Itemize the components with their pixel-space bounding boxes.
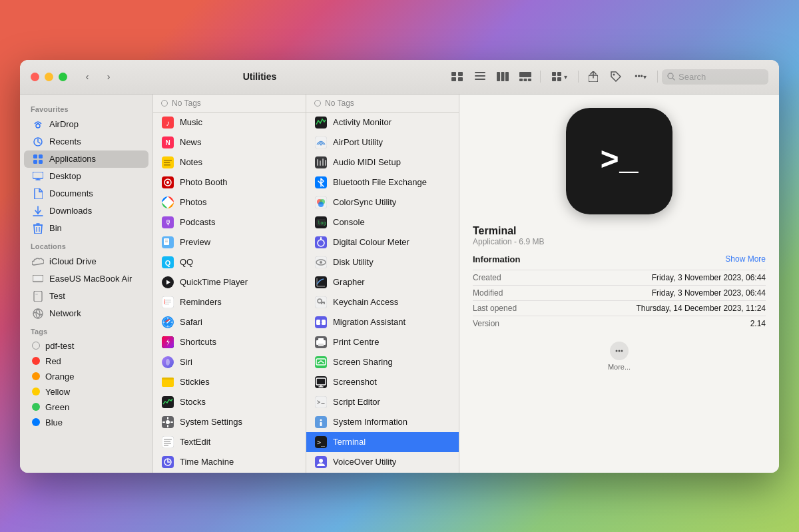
svg-text:Q: Q <box>165 259 171 267</box>
applications-label: Applications <box>49 154 96 164</box>
file-item-timemachine[interactable]: Time Machine <box>153 452 306 472</box>
file-item-stocks[interactable]: Stocks <box>153 392 306 412</box>
sidebar-item-downloads[interactable]: Downloads <box>24 202 148 220</box>
file-item-safari[interactable]: Safari <box>153 312 306 332</box>
file-item-terminal[interactable]: >_ Terminal <box>306 432 459 452</box>
file-item-voiceover[interactable]: VoiceOver Utility <box>306 452 459 472</box>
sidebar-item-bin[interactable]: Bin <box>24 220 148 237</box>
maximize-button[interactable] <box>59 73 67 81</box>
file-item-systemsettings[interactable]: System Settings <box>153 412 306 432</box>
file-columns: No Tags ♪ Music N News Notes <box>153 95 779 473</box>
sidebar-item-tag-red[interactable]: Red <box>24 354 148 369</box>
sidebar-item-airdrop[interactable]: AirDrop <box>24 116 148 133</box>
view-columns-button[interactable] <box>492 68 513 85</box>
sidebar-item-applications[interactable]: Applications <box>24 150 148 168</box>
file-item-bluetooth[interactable]: Bluetooth File Exchange <box>306 172 459 192</box>
migration-icon <box>314 316 328 329</box>
file-item-notes[interactable]: Notes <box>153 152 306 172</box>
colorsync-label: ColorSync Utility <box>333 197 396 207</box>
file-item-news[interactable]: N News <box>153 133 306 152</box>
forward-button[interactable]: › <box>99 69 118 85</box>
svg-point-79 <box>166 420 170 424</box>
share-button[interactable] <box>583 68 604 85</box>
svg-rect-13 <box>528 79 531 81</box>
sidebar-item-tag-pdf[interactable]: pdf-test <box>24 338 148 354</box>
more-button[interactable]: More... <box>608 342 631 371</box>
tag-button[interactable] <box>605 68 627 85</box>
file-item-grapher[interactable]: Grapher <box>306 272 459 292</box>
file-item-tv[interactable]: TV TV <box>153 472 306 473</box>
file-item-reminders[interactable]: i Reminders <box>153 292 306 312</box>
file-item-qq[interactable]: Q QQ <box>153 252 306 272</box>
file-item-scripteditor[interactable]: Script Editor <box>306 392 459 412</box>
info-row-modified: Modified Friday, 3 November 2023, 06:44 <box>473 285 766 300</box>
group-button[interactable]: ▾ <box>545 68 574 85</box>
svg-point-142 <box>320 419 322 421</box>
minimize-button[interactable] <box>45 73 53 81</box>
sidebar-item-tag-blue[interactable]: Blue <box>24 415 148 430</box>
svg-rect-11 <box>519 79 523 81</box>
file-item-photos[interactable]: Photos <box>153 192 306 212</box>
svg-rect-76 <box>162 378 174 380</box>
file-item-screensharing[interactable]: Screen Sharing <box>306 352 459 372</box>
svg-rect-6 <box>475 79 485 80</box>
svg-rect-128 <box>322 320 326 325</box>
file-item-photobooth[interactable]: Photo Booth <box>153 172 306 192</box>
svg-point-51 <box>166 181 169 184</box>
sidebar-item-test[interactable]: Test <box>24 288 148 305</box>
view-gallery-button[interactable] <box>515 68 536 85</box>
sidebar-item-recents[interactable]: Recents <box>24 133 148 150</box>
file-item-airportutility[interactable]: AirPort Utility <box>306 133 459 152</box>
file-item-printcentre[interactable]: Print Centre <box>306 332 459 352</box>
sidebar-item-documents[interactable]: Documents <box>24 185 148 202</box>
tag-green-label: Green <box>45 402 69 412</box>
file-item-textedit[interactable]: TextEdit <box>153 432 306 452</box>
sidebar-item-tag-orange[interactable]: Orange <box>24 369 148 384</box>
sidebar-item-network[interactable]: Network <box>24 305 148 322</box>
file-item-preview[interactable]: Preview <box>153 232 306 252</box>
file-item-music[interactable]: ♪ Music <box>153 113 306 133</box>
sidebar-item-easeus[interactable]: EaseUS MacBook Air <box>24 270 148 288</box>
sidebar-item-tag-yellow[interactable]: Yellow <box>24 384 148 399</box>
file-item-activitymonitor[interactable]: Activity Monitor <box>306 113 459 133</box>
info-label: Information <box>473 254 521 264</box>
safari-icon <box>161 316 174 329</box>
title-bar: ‹ › Utilities ▾ <box>20 60 779 95</box>
sidebar-item-tag-green[interactable]: Green <box>24 399 148 415</box>
file-item-shortcuts[interactable]: Shortcuts <box>153 332 306 352</box>
info-row-version: Version 2.14 <box>473 316 766 331</box>
file-item-podcasts[interactable]: 🎙 Podcasts <box>153 212 306 232</box>
svg-rect-131 <box>318 338 324 341</box>
file-item-diskutility[interactable]: Disk Utility <box>306 252 459 272</box>
file-item-colorsync[interactable]: ColorSync Utility <box>306 192 459 212</box>
sidebar-item-icloud[interactable]: iCloud Drive <box>24 253 148 270</box>
file-item-quicktime[interactable]: QuickTime Player <box>153 272 306 292</box>
search-bar[interactable] <box>662 69 768 85</box>
back-button[interactable]: ‹ <box>78 69 97 85</box>
photobooth-label: Photo Booth <box>180 177 228 187</box>
file-item-audiomidi[interactable]: Audio MIDI Setup <box>306 152 459 172</box>
search-input[interactable] <box>678 72 758 82</box>
view-icons-button[interactable] <box>447 68 468 85</box>
file-item-siri[interactable]: Siri <box>153 352 306 372</box>
file-item-migration[interactable]: Migration Assistant <box>306 312 459 332</box>
svg-point-99 <box>320 143 322 145</box>
svg-rect-10 <box>519 72 531 77</box>
file-item-colormeter[interactable]: Digital Colour Meter <box>306 232 459 252</box>
show-more-link[interactable]: Show More <box>725 254 766 264</box>
file-item-screenshot[interactable]: Screenshot <box>306 372 459 392</box>
more-options-button[interactable]: ••• ▾ <box>628 68 653 85</box>
file-item-stickies[interactable]: Stickies <box>153 372 306 392</box>
file-item-systeminfo[interactable]: System Information <box>306 412 459 432</box>
lastopened-val: Thursday, 14 December 2023, 11:24 <box>636 304 766 313</box>
sidebar-item-desktop[interactable]: Desktop <box>24 168 148 185</box>
view-list-button[interactable] <box>469 68 491 85</box>
keychain-icon <box>314 296 328 309</box>
file-item-keychain[interactable]: Keychain Access <box>306 292 459 312</box>
file-item-console[interactable]: log Console <box>306 212 459 232</box>
stocks-icon <box>161 396 174 409</box>
svg-rect-80 <box>162 436 174 448</box>
preview-app-type: Application - 6.9 MB <box>473 237 766 246</box>
close-button[interactable] <box>31 73 39 81</box>
info-row-created: Created Friday, 3 November 2023, 06:44 <box>473 270 766 285</box>
